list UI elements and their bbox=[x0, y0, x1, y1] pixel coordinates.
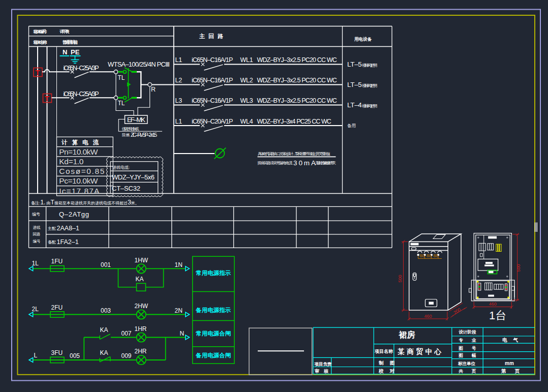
svg-text:WDZ–BYJ–3x2.5 PC20 CC WC: WDZ–BYJ–3x2.5 PC20 CC WC bbox=[257, 97, 337, 104]
svg-text:阻燃: 阻燃 bbox=[122, 133, 130, 137]
svg-text:007: 007 bbox=[121, 330, 132, 337]
svg-text:WL4: WL4 bbox=[240, 118, 253, 125]
svg-text:80: 80 bbox=[427, 253, 432, 258]
svg-text:WDZ–BYJ–3x2.5 PC20 CC WC: WDZ–BYJ–3x2.5 PC20 CC WC bbox=[257, 77, 337, 84]
svg-text:WTSA–100/25/4N PCⅢ: WTSA–100/25/4N PCⅢ bbox=[108, 61, 170, 68]
svg-text:TL: TL bbox=[118, 74, 125, 81]
svg-text:裙房: 裙房 bbox=[399, 330, 415, 339]
svg-text:校对: 校对 bbox=[378, 368, 401, 374]
svg-text:460: 460 bbox=[489, 301, 497, 307]
svg-text:3FU: 3FU bbox=[51, 349, 63, 356]
svg-text:主配: 主配 bbox=[47, 226, 56, 231]
svg-text:1N: 1N bbox=[175, 261, 182, 268]
svg-text:WDZ–YJY–5x6: WDZ–YJY–5x6 bbox=[112, 173, 155, 181]
svg-text:30mA: 30mA bbox=[293, 159, 316, 167]
svg-text:ZC–RVSP–2x1.5: ZC–RVSP–2x1.5 bbox=[131, 132, 157, 138]
svg-text:标注单位: 标注单位 bbox=[458, 361, 476, 366]
svg-text:500: 500 bbox=[398, 275, 403, 282]
svg-text:图幅: 图幅 bbox=[459, 353, 485, 358]
svg-text:回路: 回路 bbox=[33, 232, 41, 236]
svg-text:备用: 备用 bbox=[347, 123, 356, 128]
svg-text:009: 009 bbox=[121, 352, 132, 359]
svg-text:具体电气回路由二次深化设计，泵和容量不得超过开关预留值: 具体电气回路由二次深化设计，泵和容量不得超过开关预留值 bbox=[258, 152, 331, 156]
svg-text:PE: PE bbox=[71, 48, 80, 56]
svg-text:第页: 第页 bbox=[501, 368, 528, 374]
svg-text:WL2: WL2 bbox=[240, 77, 253, 84]
svg-text:Pn=10.0kW: Pn=10.0kW bbox=[59, 147, 98, 156]
svg-text:iC65N–C16A/1P: iC65N–C16A/1P bbox=[192, 97, 233, 104]
svg-text:共页: 共页 bbox=[459, 369, 485, 374]
svg-text:R: R bbox=[151, 86, 156, 93]
svg-text:CT–SC32: CT–SC32 bbox=[112, 185, 140, 192]
svg-text:2HW: 2HW bbox=[135, 303, 148, 310]
svg-text:T: T bbox=[45, 94, 49, 103]
svg-text:L3: L3 bbox=[175, 97, 182, 104]
svg-text:1HR: 1HR bbox=[135, 325, 147, 333]
svg-text:项目负责: 项目负责 bbox=[314, 361, 332, 367]
svg-text:备用电源指示: 备用电源指示 bbox=[195, 307, 231, 313]
svg-text:2HR: 2HR bbox=[135, 348, 147, 355]
svg-text:图号: 图号 bbox=[459, 346, 485, 351]
svg-text:2FU: 2FU bbox=[51, 304, 63, 311]
svg-text:WL1: WL1 bbox=[240, 56, 253, 64]
svg-text:项目名称: 项目名称 bbox=[374, 349, 393, 354]
svg-text:箱体名称:: 箱体名称: bbox=[33, 40, 47, 45]
svg-text:编号: 编号 bbox=[32, 212, 40, 217]
svg-text:iC65N–C20A/1P: iC65N–C20A/1P bbox=[192, 118, 233, 125]
svg-text:1FU: 1FU bbox=[51, 258, 63, 265]
svg-text:L1: L1 bbox=[175, 56, 182, 64]
svg-text:备用电源合闸: 备用电源合闸 bbox=[195, 352, 231, 358]
svg-text:1台: 1台 bbox=[489, 309, 506, 322]
svg-text:2N: 2N bbox=[175, 307, 182, 314]
svg-text:Cosø=0.85: Cosø=0.85 bbox=[59, 167, 104, 175]
svg-text:L: L bbox=[34, 352, 38, 359]
svg-text:N: N bbox=[180, 330, 185, 337]
svg-text:WDZ–BYJ–3x4 PC25 CC WC: WDZ–BYJ–3x4 PC25 CC WC bbox=[257, 118, 331, 125]
svg-text:KA: KA bbox=[100, 349, 108, 356]
svg-text:mm: mm bbox=[505, 360, 514, 366]
svg-text:计算电流: 计算电流 bbox=[61, 139, 103, 146]
svg-text:500: 500 bbox=[516, 264, 521, 272]
svg-text:常用电源指示: 常用电源指示 bbox=[196, 270, 231, 276]
svg-text:进线电缆:: 进线电缆: bbox=[112, 165, 130, 170]
svg-text:iC65N–C25A/3P: iC65N–C25A/3P bbox=[64, 91, 99, 98]
svg-text:80: 80 bbox=[434, 253, 439, 258]
svg-text:KA: KA bbox=[136, 276, 144, 283]
svg-text:编号: 编号 bbox=[33, 239, 41, 244]
svg-text:L1: L1 bbox=[175, 118, 182, 125]
svg-text:设计阶段: 设计阶段 bbox=[459, 329, 477, 335]
svg-text:箱体编号:: 箱体编号: bbox=[33, 29, 47, 34]
svg-text:2L: 2L bbox=[32, 306, 39, 313]
svg-text:Kd=1.0: Kd=1.0 bbox=[59, 157, 83, 166]
svg-text:详下表: 详下表 bbox=[59, 29, 70, 34]
svg-text:80: 80 bbox=[420, 253, 425, 258]
svg-text:N: N bbox=[63, 48, 67, 56]
svg-text:WDZ–BYJ–3x2.5 PC20 CC WC: WDZ–BYJ–3x2.5 PC20 CC WC bbox=[257, 56, 337, 64]
svg-text:普通照明箱: 普通照明箱 bbox=[62, 40, 78, 45]
svg-text:专业: 专业 bbox=[459, 338, 485, 343]
svg-text:005: 005 bbox=[70, 352, 80, 359]
svg-text:WL3: WL3 bbox=[240, 97, 253, 104]
svg-text:常用电源合闸: 常用电源合闸 bbox=[196, 330, 231, 337]
svg-text:T: T bbox=[36, 68, 40, 77]
svg-text:iC65N–C25A/3P: iC65N–C25A/3P bbox=[64, 65, 99, 72]
svg-text:003: 003 bbox=[101, 307, 111, 314]
svg-text:用电设备: 用电设备 bbox=[354, 37, 372, 42]
svg-text:制图: 制图 bbox=[378, 360, 401, 366]
svg-text:iC65N–C16A/1P: iC65N–C16A/1P bbox=[192, 56, 233, 64]
svg-text:TL: TL bbox=[118, 100, 125, 107]
svg-text:001: 001 bbox=[101, 261, 111, 268]
svg-text:L2: L2 bbox=[175, 77, 182, 84]
svg-text:Pc=10.0kW: Pc=10.0kW bbox=[59, 176, 98, 185]
svg-text:iC65N–C16A/1P: iC65N–C16A/1P bbox=[192, 77, 233, 84]
svg-text:EF–MK: EF–MK bbox=[127, 116, 145, 124]
svg-text:插座回路须采用漏电电流: 插座回路须采用漏电电流 bbox=[258, 161, 293, 165]
svg-text:1HW: 1HW bbox=[135, 257, 148, 264]
svg-text:1FA2–1: 1FA2–1 bbox=[57, 238, 79, 246]
svg-text:KA: KA bbox=[100, 326, 108, 334]
svg-text:强切信号控制线: 强切信号控制线 bbox=[122, 127, 140, 131]
svg-text:2AA8–1: 2AA8–1 bbox=[57, 225, 80, 232]
svg-text:电气: 电气 bbox=[502, 337, 524, 343]
svg-text:审核: 审核 bbox=[315, 369, 333, 374]
svg-text:Q–2ATgg: Q–2ATgg bbox=[59, 210, 89, 218]
